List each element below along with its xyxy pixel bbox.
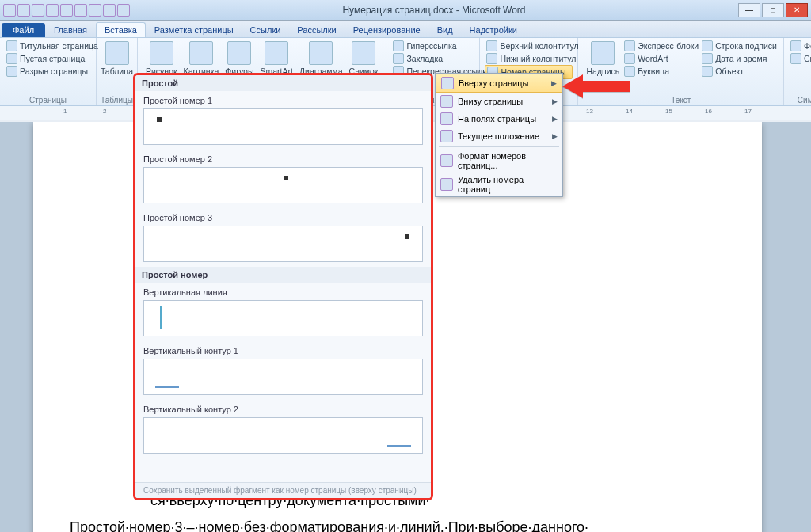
chevron-right-icon: ▶ <box>552 97 558 105</box>
wordart-button[interactable]: WordArt <box>623 52 700 65</box>
gallery-item-simple-2[interactable] <box>143 167 423 203</box>
maximize-button[interactable]: □ <box>762 3 784 17</box>
tab-review[interactable]: Рецензирование <box>345 23 428 37</box>
svg-marker-0 <box>562 74 630 98</box>
bookmark-icon <box>393 53 404 64</box>
title-bar: Нумерация страниц.docx - Microsoft Word … <box>0 0 811 21</box>
menu-current-position[interactable]: Текущее положение▶ <box>436 127 562 145</box>
gallery-header: Простой номер <box>135 267 431 283</box>
gallery-item-label: Вертикальная линия <box>135 283 431 298</box>
tab-references[interactable]: Ссылки <box>242 23 289 37</box>
tab-layout[interactable]: Разметка страницы <box>147 23 242 37</box>
shapes-icon <box>227 41 251 65</box>
header-icon <box>486 40 497 51</box>
gallery-item-label: Вертикальный контур 1 <box>135 341 431 357</box>
tab-home[interactable]: Главная <box>46 23 95 37</box>
tab-insert[interactable]: Вставка <box>96 22 146 37</box>
minimize-button[interactable]: — <box>738 3 760 17</box>
gallery-footer[interactable]: Сохранить выделенный фрагмент как номер … <box>135 482 431 498</box>
menu-top-of-page[interactable]: Вверху страницы▶ <box>436 74 562 93</box>
clipart-icon <box>189 41 213 65</box>
window-title: Нумерация страниц.docx - Microsoft Word <box>130 5 738 16</box>
current-pos-icon <box>440 130 453 142</box>
gallery-item-vcontour-1[interactable] <box>143 359 423 395</box>
chevron-right-icon: ▶ <box>552 132 558 140</box>
undo-icon[interactable] <box>32 4 44 17</box>
top-page-icon <box>441 77 454 89</box>
qat-icon[interactable] <box>74 4 87 17</box>
remove-icon <box>440 178 453 191</box>
symbol-icon <box>790 53 801 64</box>
format-icon <box>440 154 453 167</box>
margins-icon <box>440 112 453 125</box>
cover-page-button[interactable]: Титульная страница <box>5 40 91 52</box>
group-pages: Титульная страница Пустая страница Разры… <box>0 38 97 105</box>
redo-icon[interactable] <box>46 4 59 17</box>
screenshot-icon <box>352 41 375 65</box>
gallery-item-simple-3[interactable] <box>143 226 423 262</box>
header-button[interactable]: Верхний колонтитул <box>485 40 573 52</box>
page-break-button[interactable]: Разрыв страницы <box>5 65 91 78</box>
close-button[interactable]: ✕ <box>786 3 808 17</box>
ribbon-tabs: Файл Главная Вставка Разметка страницы С… <box>0 21 811 38</box>
tab-view[interactable]: Вид <box>429 23 461 37</box>
menu-page-margins[interactable]: На полях страницы▶ <box>436 110 562 127</box>
qat-icon[interactable] <box>60 4 73 17</box>
quickparts-icon <box>624 40 635 51</box>
qat-icon[interactable] <box>89 4 101 17</box>
quickparts-button[interactable]: Экспресс-блоки <box>623 40 700 52</box>
tab-addins[interactable]: Надстройки <box>462 23 525 37</box>
gallery-item-label: Простой номер 1 <box>135 91 431 107</box>
blank-page-icon <box>6 53 17 64</box>
gallery-item-simple-1[interactable] <box>143 108 423 145</box>
equation-icon <box>790 40 801 51</box>
gallery-item-label: Простой номер 2 <box>135 150 431 165</box>
group-tables: Таблица Таблицы <box>97 38 138 105</box>
group-label: Символы <box>784 96 811 104</box>
annotation-arrow <box>562 73 632 101</box>
picture-icon <box>150 41 173 65</box>
group-symbols: Формула Символ Символы <box>784 38 811 105</box>
gallery-item-label: Простой номер 3 <box>135 208 431 224</box>
chevron-right-icon: ▶ <box>552 115 558 123</box>
gallery-item-label: Вертикальный контур 2 <box>135 400 431 416</box>
menu-remove-numbers[interactable]: Удалить номера страниц <box>436 173 562 196</box>
equation-button[interactable]: Формула <box>789 40 811 52</box>
signature-button[interactable]: Строка подписи <box>700 40 779 52</box>
symbol-button[interactable]: Символ <box>789 52 811 65</box>
menu-bottom-of-page[interactable]: Внизу страницы▶ <box>436 93 562 110</box>
tab-mailings[interactable]: Рассылки <box>289 23 344 37</box>
quick-access-toolbar <box>3 4 130 17</box>
smartart-icon <box>265 41 288 65</box>
table-button[interactable]: Таблица <box>97 40 136 78</box>
qat-icon[interactable] <box>117 4 130 17</box>
chevron-right-icon: ▶ <box>551 79 557 87</box>
gallery-header: Простой <box>135 75 431 91</box>
object-button[interactable]: Объект <box>700 65 779 78</box>
hyperlink-button[interactable]: Гиперссылка <box>391 40 474 52</box>
dropcap-button[interactable]: Буквица <box>623 65 700 78</box>
footer-icon <box>486 53 497 64</box>
datetime-button[interactable]: Дата и время <box>700 52 779 65</box>
bookmark-button[interactable]: Закладка <box>391 52 474 65</box>
gallery-item-vline[interactable] <box>143 300 423 336</box>
save-icon[interactable] <box>17 4 30 17</box>
hyperlink-icon <box>393 40 404 51</box>
page-number-gallery: Простой Простой номер 1 Простой номер 2 … <box>133 73 433 500</box>
cover-page-icon <box>6 40 17 51</box>
blank-page-button[interactable]: Пустая страница <box>5 52 91 65</box>
object-icon <box>702 66 713 77</box>
textbox-icon <box>591 41 615 65</box>
bottom-page-icon <box>440 95 453 108</box>
menu-format-numbers[interactable]: Формат номеров страниц... <box>436 149 562 173</box>
gallery-item-vcontour-2[interactable] <box>143 417 423 454</box>
tab-file[interactable]: Файл <box>2 23 45 37</box>
wordart-icon <box>624 53 635 64</box>
page-number-submenu: Вверху страницы▶ Внизу страницы▶ На поля… <box>435 73 563 197</box>
qat-icon[interactable] <box>103 4 116 17</box>
word-icon <box>3 4 16 17</box>
chart-icon <box>309 41 333 65</box>
signature-icon <box>702 40 713 51</box>
window-controls: — □ ✕ <box>738 3 808 17</box>
footer-button[interactable]: Нижний колонтитул <box>485 52 573 65</box>
